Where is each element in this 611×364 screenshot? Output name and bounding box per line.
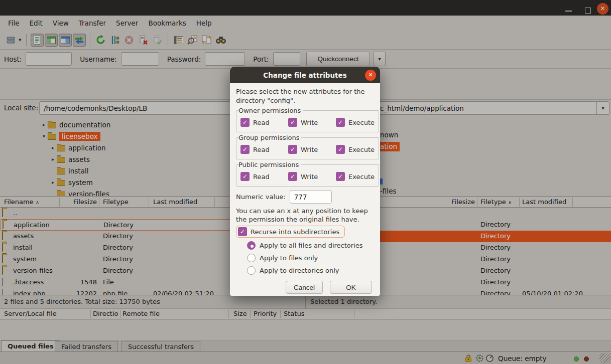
checkbox-checked-icon[interactable]: ✓ — [238, 227, 247, 236]
numeric-value-input[interactable] — [290, 190, 332, 204]
dialog-note-text: You can use an x at any position to keep… — [236, 207, 374, 224]
radio-apply-directories-only[interactable]: Apply to directories only — [247, 264, 374, 277]
dialog-titlebar[interactable]: Change file attributes ✕ — [230, 67, 380, 83]
checkbox-checked-icon[interactable]: ✓ — [288, 145, 297, 154]
filezilla-window: ✕ File Edit View Transfer Server Bookmar… — [0, 0, 611, 364]
checkbox-checked-icon[interactable]: ✓ — [240, 145, 250, 154]
group-permissions-group: Group permissions ✓Read ✓Write ✓Execute — [236, 134, 379, 159]
checkbox-checked-icon[interactable]: ✓ — [240, 172, 250, 181]
checkbox-checked-icon[interactable]: ✓ — [288, 172, 297, 181]
radio-unselected-icon[interactable] — [247, 254, 256, 262]
checkbox-checked-icon[interactable]: ✓ — [288, 118, 297, 127]
public-execute-checkbox[interactable]: ✓Execute — [336, 172, 375, 181]
apply-mode-radio-group: Apply to all files and directories Apply… — [247, 239, 374, 277]
ok-button[interactable]: OK — [330, 281, 372, 294]
dialog-intro-text: Please select the new attributes for the… — [236, 87, 374, 105]
dialog-title: Change file attributes — [263, 71, 346, 79]
radio-selected-icon[interactable] — [247, 241, 256, 250]
owner-read-checkbox[interactable]: ✓Read — [240, 118, 288, 127]
owner-write-checkbox[interactable]: ✓Write — [288, 118, 336, 127]
checkbox-checked-icon[interactable]: ✓ — [336, 145, 345, 154]
checkbox-checked-icon[interactable]: ✓ — [336, 118, 345, 127]
change-file-attributes-dialog: Change file attributes ✕ Please select t… — [230, 67, 380, 296]
owner-execute-checkbox[interactable]: ✓Execute — [336, 118, 375, 127]
cancel-button[interactable]: Cancel — [286, 281, 323, 294]
public-write-checkbox[interactable]: ✓Write — [288, 172, 336, 181]
group-permissions-label: Group permissions — [238, 134, 301, 141]
public-permissions-group: Public permissions ✓Read ✓Write ✓Execute — [236, 161, 379, 187]
dialog-close-button[interactable]: ✕ — [365, 70, 376, 81]
checkbox-checked-icon[interactable]: ✓ — [240, 118, 250, 127]
group-execute-checkbox[interactable]: ✓Execute — [336, 145, 375, 154]
public-permissions-label: Public permissions — [238, 161, 301, 168]
checkbox-checked-icon[interactable]: ✓ — [336, 172, 345, 181]
radio-apply-all[interactable]: Apply to all files and directories — [247, 239, 374, 252]
group-read-checkbox[interactable]: ✓Read — [240, 145, 288, 154]
dialog-body: Please select the new attributes for the… — [230, 83, 380, 294]
numeric-value-label: Numeric value: — [236, 193, 286, 201]
public-read-checkbox[interactable]: ✓Read — [240, 172, 288, 181]
owner-permissions-group: Owner permissions ✓Read ✓Write ✓Execute — [236, 107, 379, 132]
owner-permissions-label: Owner permissions — [238, 107, 303, 114]
radio-unselected-icon[interactable] — [247, 266, 256, 275]
radio-apply-files-only[interactable]: Apply to files only — [247, 252, 374, 264]
recurse-into-subdirectories-checkbox[interactable]: ✓ Recurse into subdirectories — [236, 226, 345, 238]
group-write-checkbox[interactable]: ✓Write — [288, 145, 336, 154]
